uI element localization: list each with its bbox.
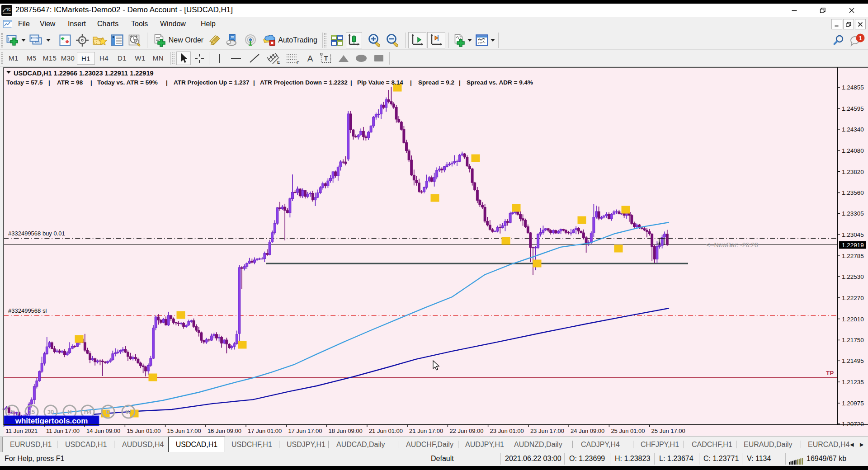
current-price-label: 1.22919 <box>842 242 864 249</box>
timeframe-m5-button[interactable]: M5 <box>23 52 41 65</box>
tile-windows-button[interactable] <box>329 32 344 48</box>
indicators-list-button[interactable] <box>475 32 495 48</box>
signal-square-marker[interactable] <box>533 260 542 268</box>
chart-tab[interactable]: AUDCAD,Daily <box>336 437 385 452</box>
candlestick-mode-button[interactable] <box>346 32 362 48</box>
chart-tab[interactable]: USDJPY,H1 <box>287 437 326 452</box>
menu-window[interactable]: Window <box>160 17 186 31</box>
new-order-button[interactable]: New Order <box>152 32 204 48</box>
new-chart-dropdown-arrow[interactable] <box>21 39 26 42</box>
profiles-button[interactable] <box>28 32 52 48</box>
search-button[interactable] <box>831 32 846 48</box>
price-axis-label: 1.23305 <box>842 210 864 217</box>
tab-scroll-right[interactable]: ▸ <box>860 437 864 452</box>
chart-tab[interactable]: AUDUSD,H4 <box>122 437 164 452</box>
shape-ellipse-button[interactable] <box>353 52 370 65</box>
chart-tab[interactable]: EURCAD,H4 <box>808 437 849 452</box>
fibonacci-button[interactable]: F <box>284 52 301 65</box>
chart-tab[interactable]: AUDNZD,Daily <box>514 437 562 452</box>
timeframe-mn-button[interactable]: MN <box>149 52 167 65</box>
cursor-button[interactable] <box>176 52 191 65</box>
mql5-community-button[interactable] <box>224 32 241 48</box>
timeframe-m15-button[interactable]: M15 <box>41 52 59 65</box>
text-label-icon: T <box>319 52 333 65</box>
shape-rectangle-button[interactable] <box>371 52 387 65</box>
mdi-minimize-button[interactable] <box>831 19 842 29</box>
timeframe-h1-button[interactable]: H1 <box>77 52 95 65</box>
status-traffic: 16949/67 kb <box>807 452 846 466</box>
arrow-triangle-button[interactable] <box>335 52 352 65</box>
zoom-in-button[interactable] <box>366 32 383 48</box>
timeframe-h4-button[interactable]: H4 <box>95 52 113 65</box>
experts-button[interactable] <box>207 32 223 48</box>
horizontal-line-button[interactable] <box>228 52 244 65</box>
status-divider <box>699 453 699 465</box>
menu-tools[interactable]: Tools <box>131 17 148 31</box>
auto-scroll-button[interactable] <box>408 32 426 48</box>
signal-square-marker[interactable] <box>614 245 623 253</box>
chart-shift-button[interactable] <box>427 32 445 48</box>
status-bar-volume: V: 1134 <box>747 452 771 466</box>
signal-square-marker[interactable] <box>149 374 157 381</box>
indicators-list-dropdown-arrow[interactable] <box>491 39 495 42</box>
equidistant-channel-button[interactable]: E <box>265 52 282 65</box>
favorites-button[interactable] <box>91 32 108 48</box>
new-chart-button[interactable] <box>5 32 26 48</box>
signal-square-marker[interactable] <box>75 335 84 343</box>
chart-tab[interactable]: AUDCHF,Daily <box>406 437 453 452</box>
text-button[interactable]: A <box>303 52 317 65</box>
vertical-line-button[interactable] <box>212 52 226 65</box>
signals-button[interactable] <box>242 32 259 48</box>
timeframe-d1-button[interactable]: D1 <box>113 52 131 65</box>
experts-icon <box>208 33 222 47</box>
data-window-button[interactable] <box>109 32 125 48</box>
mt4-app-logo-icon: IC <box>1 5 12 16</box>
window-restore-button[interactable] <box>814 4 832 17</box>
chart-tab[interactable]: CHFJPY,H1 <box>641 437 679 452</box>
signal-square-marker[interactable] <box>472 155 480 162</box>
window-minimize-button[interactable] <box>785 4 803 17</box>
timeframe-m30-button[interactable]: M30 <box>59 52 77 65</box>
signal-square-marker[interactable] <box>431 194 439 202</box>
chart-tab[interactable]: CADJPY,H4 <box>581 437 620 452</box>
signal-square-marker[interactable] <box>622 206 630 214</box>
indicators-new-dropdown-arrow[interactable] <box>467 39 472 42</box>
chart-tab[interactable]: EURUSD,H1 <box>10 437 52 452</box>
chat-notifications-button[interactable]: 1 <box>847 32 867 48</box>
menu-file[interactable]: File <box>18 17 30 31</box>
profiles-dropdown-arrow[interactable] <box>46 39 51 42</box>
window-close-button[interactable] <box>843 4 861 17</box>
signal-square-marker[interactable] <box>177 311 185 319</box>
trendline-button[interactable] <box>246 52 263 65</box>
autotrading-button[interactable]: AutoTrading <box>260 32 319 48</box>
chart-window[interactable]: 51530HH4DWwhitetigertools.com1.248551.24… <box>0 66 868 437</box>
history-center-button[interactable] <box>127 32 143 48</box>
menu-charts[interactable]: Charts <box>97 17 118 31</box>
chart-tab[interactable]: USDCAD,H1 <box>65 437 107 452</box>
chart-tab[interactable]: CADCHF,H1 <box>692 437 732 452</box>
chart-tab[interactable]: AUDJPY,H1 <box>465 437 504 452</box>
crosshair-button[interactable] <box>192 52 207 65</box>
zoom-out-button[interactable] <box>384 32 401 48</box>
tab-scroll-left[interactable]: ◂ <box>850 437 854 452</box>
menu-help[interactable]: Help <box>201 17 216 31</box>
indicators-new-button[interactable] <box>452 32 472 48</box>
signal-square-marker[interactable] <box>238 341 247 349</box>
signal-square-marker[interactable] <box>578 216 586 224</box>
timeframe-m1-button[interactable]: M1 <box>5 52 23 65</box>
mdi-close-button[interactable] <box>855 19 866 29</box>
mdi-restore-button[interactable] <box>843 19 854 29</box>
chart-document-icon[interactable] <box>2 19 13 29</box>
menu-insert[interactable]: Insert <box>68 17 86 31</box>
chart-tab-active[interactable]: USDCAD,H1 <box>168 437 225 452</box>
signal-square-marker[interactable] <box>502 237 510 245</box>
crosshair-target-button[interactable] <box>75 32 90 48</box>
menu-view[interactable]: View <box>40 17 55 31</box>
tick-chart-button[interactable] <box>57 32 73 48</box>
tab-separator <box>328 441 329 448</box>
chart-tab[interactable]: USDCHF,H1 <box>231 437 272 452</box>
timeframe-w1-button[interactable]: W1 <box>131 52 149 65</box>
chart-tab[interactable]: EURAUD,Daily <box>744 437 793 452</box>
text-label-button[interactable]: T <box>318 52 334 65</box>
signal-square-marker[interactable] <box>512 204 521 212</box>
